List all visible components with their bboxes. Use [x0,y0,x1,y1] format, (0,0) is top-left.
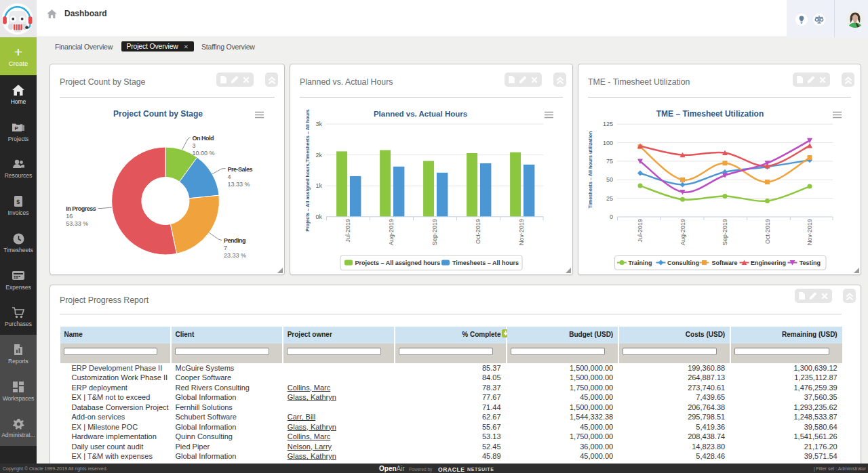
svg-text:25: 25 [606,195,613,202]
svg-text:23.33 %: 23.33 % [224,252,246,259]
svg-text:Nov-2019: Nov-2019 [806,219,813,245]
svg-text:Jul-2019: Jul-2019 [637,219,644,243]
svg-text:$: $ [16,199,20,205]
svg-text:Sep-2019: Sep-2019 [431,219,438,245]
svg-text:Timesheets – All hours: Timesheets – All hours [452,260,519,266]
svg-text:P: P [15,125,19,131]
svg-text:Sep-2019: Sep-2019 [722,219,728,245]
svg-text:Testing: Testing [800,260,821,266]
svg-text:Projects – All assigned hours: Projects – All assigned hours [355,260,441,266]
svg-text:Project Count by Stage: Project Count by Stage [113,109,203,119]
svg-text:100: 100 [603,140,613,146]
svg-text:3k: 3k [315,121,322,127]
svg-text:75: 75 [606,158,613,165]
svg-text:Projects – All assigned hours,: Projects – All assigned hours,Timesheets… [304,109,311,232]
svg-text:Software: Software [712,260,738,266]
svg-text:Pending: Pending [224,237,245,244]
svg-text:10.00 %: 10.00 % [193,150,215,157]
svg-text:Planned vs. Actual Hours: Planned vs. Actual Hours [374,110,467,118]
svg-text:4: 4 [228,173,231,180]
svg-text:7: 7 [224,245,227,251]
svg-text:On Hold: On Hold [193,135,214,142]
svg-text:125: 125 [603,121,613,127]
svg-text:Consulting: Consulting [667,260,699,266]
svg-text:Aug-2019: Aug-2019 [679,219,686,245]
svg-text:53.33 %: 53.33 % [66,220,88,227]
svg-text:Nov-2019: Nov-2019 [518,219,525,245]
svg-text:Jul-2019: Jul-2019 [344,219,351,243]
svg-text:Engineering: Engineering [751,260,786,266]
svg-text:Pre-Sales: Pre-Sales [228,166,253,173]
svg-text:Timesheets – All hours utiliza: Timesheets – All hours utilization [587,131,593,209]
svg-text:In Progress: In Progress [66,205,96,212]
svg-text:Oct-2019: Oct-2019 [475,219,481,244]
svg-text:0k: 0k [315,213,322,220]
svg-text:2k: 2k [315,152,322,159]
svg-text:13.33 %: 13.33 % [228,181,250,188]
svg-text:50: 50 [606,176,613,183]
svg-text:Aug-2019: Aug-2019 [388,219,395,245]
svg-text:0: 0 [610,213,613,220]
svg-text:3: 3 [193,142,196,149]
svg-text:16: 16 [66,213,73,220]
svg-text:1k: 1k [315,182,322,189]
svg-text:Training: Training [629,260,652,266]
svg-text:TME – Timesheet Utilization: TME – Timesheet Utilization [656,109,764,119]
svg-text:Oct-2019: Oct-2019 [764,219,771,244]
